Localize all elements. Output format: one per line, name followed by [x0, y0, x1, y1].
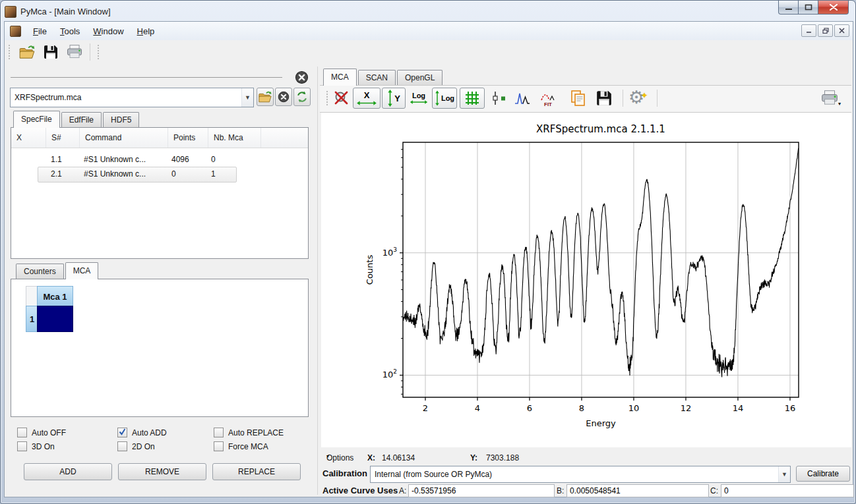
maximize-button[interactable] — [799, 1, 818, 14]
source-file-combobox[interactable]: XRFSpectrum.mca ▼ — [10, 88, 254, 107]
checkbox-box[interactable] — [117, 428, 127, 437]
coef-b-label: B: — [557, 486, 564, 495]
cursor-x-label: X: — [367, 453, 375, 462]
col-command[interactable]: Command — [80, 128, 168, 148]
checkbox-3d-on[interactable]: 3D On — [17, 441, 55, 452]
checkbox-box[interactable] — [17, 428, 27, 437]
calibration-combobox[interactable]: Internal (from Source OR PyMca) ▼ — [370, 466, 791, 483]
grid-toggle-button[interactable] — [460, 88, 485, 109]
hide-source-button[interactable] — [295, 70, 309, 84]
close-button[interactable] — [818, 1, 849, 14]
checkbox-auto-add[interactable]: Auto ADD — [117, 427, 167, 438]
scan-list-table[interactable]: X S# Command Points Nb. Mca 1.1 #S1 Unkn… — [11, 127, 309, 259]
remove-button[interactable]: REMOVE — [118, 463, 206, 480]
active-curve-label: Active Curve Uses — [322, 486, 398, 495]
svg-text:4: 4 — [475, 403, 480, 413]
calibration-value: Internal (from Source OR PyMca) — [371, 470, 778, 479]
mca-column-header[interactable]: Mca 1 — [37, 286, 73, 307]
open-file-button[interactable] — [17, 42, 37, 62]
mdi-child-icon[interactable] — [10, 26, 21, 37]
save-plot-button[interactable] — [593, 88, 615, 109]
cell-scan-number: 1.1 — [46, 155, 78, 164]
svg-text:12: 12 — [681, 403, 692, 413]
tab-counters[interactable]: Counters — [16, 264, 64, 279]
minimize-button[interactable] — [778, 1, 799, 14]
scan-row-1[interactable]: 1.1 #S1 Unknown c... 4096 0 — [11, 152, 308, 167]
tab-mca-plot[interactable]: MCA — [323, 69, 357, 86]
print-button[interactable] — [65, 42, 84, 62]
spectrum-plot[interactable]: 246810121416102103XRFSpectrum.mca 2.1.1.… — [321, 113, 851, 447]
plot-canvas[interactable]: 246810121416102103XRFSpectrum.mca 2.1.1.… — [321, 113, 851, 447]
checkbox-2d-on[interactable]: 2D On — [117, 441, 155, 452]
checkbox-auto-replace[interactable]: Auto REPLACE — [214, 427, 284, 438]
coef-c-field[interactable] — [721, 484, 854, 497]
open-source-button[interactable] — [257, 88, 274, 106]
replace-button[interactable]: REPLACE — [212, 463, 301, 480]
x-autoscale-label: X — [364, 90, 370, 100]
refresh-source-button[interactable] — [293, 88, 311, 106]
refresh-icon — [295, 90, 309, 103]
y-autoscale-label: Y — [394, 94, 400, 103]
mca-selection-table[interactable]: Mca 1 1 — [11, 279, 309, 417]
col-scan-number[interactable]: S# — [46, 128, 80, 148]
plot-toolbar-separator — [623, 90, 623, 107]
checkbox-box[interactable] — [117, 441, 127, 451]
plot-title: XRFSpectrum.mca 2.1.1.1 — [536, 123, 665, 135]
tab-specfile[interactable]: SpecFile — [13, 111, 60, 128]
checkbox-box[interactable] — [17, 441, 27, 451]
menu-help[interactable]: Help — [131, 24, 162, 39]
fit-button[interactable]: FIT — [537, 88, 559, 109]
close-circle-icon — [295, 70, 309, 84]
col-points[interactable]: Points — [168, 128, 208, 148]
tab-edffile[interactable]: EdfFile — [61, 112, 102, 127]
menu-file[interactable]: File — [26, 24, 53, 39]
plugins-button[interactable]: ⚙✦ — [625, 88, 648, 109]
save-button[interactable] — [41, 42, 61, 62]
mdi-minimize-button[interactable] — [801, 24, 816, 37]
markers-button[interactable] — [490, 88, 508, 109]
log-x-button[interactable]: Log — [408, 88, 429, 109]
zoom-reset-button[interactable] — [332, 88, 352, 109]
grid-icon — [464, 90, 480, 106]
col-nb-mca[interactable]: Nb. Mca — [208, 128, 261, 148]
tab-opengl[interactable]: OpenGL — [397, 70, 443, 85]
panel-splitter[interactable] — [312, 67, 320, 495]
svg-text:14: 14 — [733, 403, 744, 413]
menu-tools[interactable]: Tools — [53, 24, 86, 39]
tab-mca[interactable]: MCA — [65, 262, 99, 279]
toolbar-grip[interactable] — [9, 45, 11, 59]
checkbox-auto-off[interactable]: Auto OFF — [17, 427, 66, 438]
tab-scan-plot[interactable]: SCAN — [358, 70, 396, 85]
x-autoscale-button[interactable]: X — [353, 88, 381, 109]
mca-selected-cell[interactable] — [37, 306, 73, 332]
print-plot-button[interactable]: ▾ — [817, 88, 842, 109]
mdi-minimize-icon — [806, 28, 812, 34]
checkbox-box[interactable] — [214, 428, 224, 437]
calibrate-button[interactable]: Calibrate — [796, 466, 850, 482]
plot-toolbar-grip[interactable] — [326, 91, 329, 105]
copy-to-clipboard-button[interactable] — [568, 88, 589, 109]
log-y-button[interactable]: Log — [432, 88, 457, 109]
coef-b-field[interactable] — [566, 484, 709, 497]
peaks-button[interactable] — [512, 88, 532, 109]
y-autoscale-button[interactable]: Y — [382, 88, 406, 109]
window-controls — [778, 1, 849, 14]
coef-a-label: A: — [399, 486, 406, 495]
mdi-restore-button[interactable] — [818, 24, 833, 37]
title-bar[interactable]: PyMca - [Main Window] — [5, 3, 853, 20]
coef-a-field[interactable] — [408, 484, 555, 497]
mdi-close-button[interactable] — [834, 24, 849, 37]
menu-window[interactable]: Window — [86, 24, 130, 39]
add-button[interactable]: ADD — [24, 463, 112, 480]
checkbox-box[interactable] — [214, 441, 224, 451]
scan-row-2-selected[interactable]: 2.1 #S1 Unknown c... 0 1 — [11, 167, 308, 181]
col-x[interactable]: X — [11, 128, 46, 148]
toolbar-grip-2[interactable] — [98, 45, 100, 59]
close-source-button[interactable] — [275, 88, 292, 106]
markers-icon — [491, 90, 507, 106]
zoom-reset-icon — [333, 90, 350, 107]
x-axis-label: Energy — [586, 418, 616, 428]
checkbox-force-mca[interactable]: Force MCA — [214, 441, 268, 452]
close-icon — [830, 4, 838, 11]
tab-hdf5[interactable]: HDF5 — [103, 112, 139, 127]
